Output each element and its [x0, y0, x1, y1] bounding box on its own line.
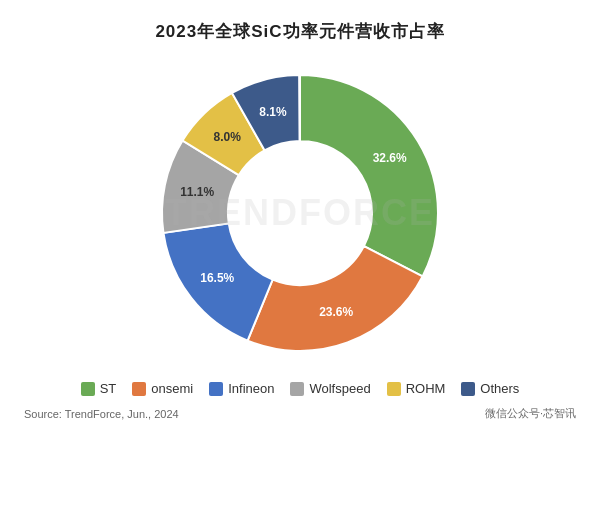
legend-color-rohm	[387, 382, 401, 396]
page-container: 2023年全球SiC功率元件营收市占率 TRENDFORCE 32.6%23.6…	[0, 0, 600, 508]
label-st: 32.6%	[373, 151, 407, 165]
legend-label-wolfspeed: Wolfspeed	[309, 381, 370, 396]
label-wolfspeed: 11.1%	[180, 185, 214, 199]
legend-item-onsemi: onsemi	[132, 381, 193, 396]
legend-color-wolfspeed	[290, 382, 304, 396]
legend-item-infineon: Infineon	[209, 381, 274, 396]
legend-label-others: Others	[480, 381, 519, 396]
source-text: Source: TrendForce, Jun., 2024	[24, 408, 179, 420]
donut-chart: 32.6%23.6%16.5%11.1%8.0%8.1%	[140, 53, 460, 373]
legend-label-rohm: ROHM	[406, 381, 446, 396]
label-others: 8.1%	[259, 105, 287, 119]
footer: Source: TrendForce, Jun., 2024 微信公众号·芯智讯	[20, 406, 580, 421]
legend-label-infineon: Infineon	[228, 381, 274, 396]
legend-color-infineon	[209, 382, 223, 396]
legend-color-st	[81, 382, 95, 396]
chart-title: 2023年全球SiC功率元件营收市占率	[155, 20, 444, 43]
legend-item-rohm: ROHM	[387, 381, 446, 396]
chart-area: TRENDFORCE 32.6%23.6%16.5%11.1%8.0%8.1%	[130, 53, 470, 373]
legend-label-onsemi: onsemi	[151, 381, 193, 396]
legend-color-onsemi	[132, 382, 146, 396]
segment-onsemi	[248, 246, 423, 351]
legend-item-others: Others	[461, 381, 519, 396]
brand-text: 微信公众号·芯智讯	[485, 406, 576, 421]
legend: STonsemiInfineonWolfspeedROHMOthers	[20, 381, 580, 396]
legend-label-st: ST	[100, 381, 117, 396]
label-infineon: 16.5%	[200, 271, 234, 285]
legend-item-st: ST	[81, 381, 117, 396]
legend-color-others	[461, 382, 475, 396]
segment-st	[300, 75, 438, 276]
legend-item-wolfspeed: Wolfspeed	[290, 381, 370, 396]
label-onsemi: 23.6%	[319, 305, 353, 319]
label-rohm: 8.0%	[213, 130, 241, 144]
